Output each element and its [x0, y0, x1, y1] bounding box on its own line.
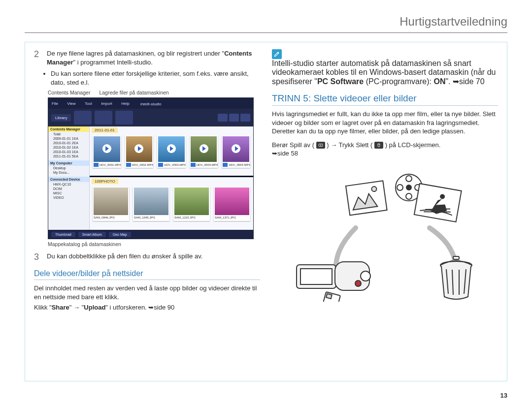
- svg-point-6: [397, 185, 403, 190]
- step5-line: Berør Spill av ( ) → Trykk Slett ( ) på …: [272, 141, 498, 158]
- thumb-name: SAM_0846.JPG: [94, 216, 115, 219]
- ss-left-panel: Contents Manager Total 2009-01-01 1EA 20…: [48, 126, 90, 230]
- ss-section-mycomputer: My Computer: [48, 160, 89, 166]
- caption-below-screenshot: Mappekatalog på datamaskinen: [48, 241, 260, 247]
- ss-bottom-btn: Thumbnail: [51, 232, 75, 237]
- ss-video-thumb: HDV_0005.MP4: [222, 135, 250, 168]
- thumb-name: HDV_0005.MP4: [229, 163, 250, 166]
- ss-tree-item: 2010-01-03 1EA: [48, 150, 89, 154]
- delete-illustration: [282, 164, 489, 302]
- trash-button-icon: [374, 142, 383, 149]
- page-header: Hurtigstartveiledning: [25, 15, 507, 31]
- step3-text: Du kan dobbeltklikke på den filen du øns…: [47, 252, 260, 262]
- header-rule: [25, 32, 507, 33]
- ss-section-contents: Contents Manager: [48, 126, 89, 132]
- ss-tree-item: VIDEO: [48, 195, 89, 200]
- play-button-icon: [316, 142, 325, 149]
- svg-point-19: [355, 281, 361, 286]
- intelli-studio-screenshot: File View Tool Import Help Intelli-studi…: [48, 97, 254, 239]
- screenshot-top-labels: Contents Manager Lagrede filer på datama…: [48, 90, 260, 95]
- ss-tree-item: 2010-01-02 1EA: [48, 145, 89, 150]
- ss-tool-button: [115, 111, 133, 125]
- ss-bottom-btn: Geo Map: [109, 232, 131, 237]
- share-rule: [34, 280, 260, 280]
- svg-rect-8: [346, 181, 387, 215]
- menu-item: Import: [98, 99, 116, 108]
- page-ref-icon: [272, 150, 277, 157]
- note-text: Intelli-studio starter automatisk på dat…: [272, 59, 498, 86]
- svg-rect-20: [300, 269, 332, 284]
- ss-photo-row: SAM_0846.JPG SAM_1045.JPG SAM_1215.JPG S…: [93, 187, 250, 221]
- page-ref-icon: [148, 304, 154, 311]
- ss-toolbar: Library: [48, 109, 253, 126]
- ss-video-thumb: HDV_0003.MP4: [157, 135, 186, 168]
- ss-breadcrumb2: 100PHOTO: [92, 179, 118, 184]
- ss-section-connected: Connected Device: [48, 177, 89, 182]
- ss-main-area: 2011-01-01 HDV_0001.MP4 HDV_0002.MP4 HDV…: [90, 126, 253, 230]
- ss-photo-thumb: SAM_1045.JPG: [133, 187, 169, 221]
- content-frame: 2 De nye filene lagres på datamaskinen, …: [25, 42, 507, 381]
- ss-video-thumb: HDV_0002.MP4: [125, 135, 154, 168]
- label-stored-files: Lagrede filer på datamaskinen: [99, 90, 168, 95]
- manual-page: Hurtigstartveiledning 2 De nye filene la…: [0, 0, 532, 406]
- share-heading: Dele videoer/bilder på nettsider: [34, 269, 260, 278]
- right-column: Intelli-studio starter automatisk på dat…: [272, 49, 498, 374]
- share-para: Del innholdet med resten av verden ved å…: [34, 284, 260, 301]
- step5-rule: [272, 105, 498, 106]
- menu-item: View: [64, 99, 79, 108]
- ss-tool-button: [74, 111, 92, 125]
- ss-photo-thumb: SAM_1371.JPG: [214, 187, 250, 221]
- svg-point-18: [361, 271, 370, 281]
- play-icon: [167, 144, 176, 153]
- ss-tree-item: HMX-QC10: [48, 182, 89, 187]
- ss-photo-thumb: SAM_1215.JPG: [173, 187, 210, 221]
- play-icon: [232, 144, 240, 153]
- two-columns: 2 De nye filene lagres på datamaskinen, …: [34, 49, 498, 374]
- ss-bottom-btn: Smart Album: [78, 232, 106, 237]
- ss-bottom-bar: Thumbnail Smart Album Geo Map: [48, 230, 253, 239]
- ss-tree-item: 2010-01-01 2EA: [48, 141, 89, 145]
- label-contents-manager: Contents Manager: [48, 90, 90, 95]
- ss-video-row: HDV_0001.MP4 HDV_0002.MP4 HDV_0003.MP4 H…: [93, 135, 250, 168]
- ss-view-button: [229, 114, 239, 122]
- ss-tree-item: Total: [48, 132, 89, 136]
- svg-rect-28: [453, 256, 459, 259]
- menu-item: Help: [118, 99, 133, 108]
- ss-view-button: [218, 114, 228, 122]
- ss-app-title: Intelli-studio: [137, 99, 165, 109]
- arrow-icon: →: [331, 141, 337, 149]
- step5-heading: TRINN 5: Slette videoer eller bilder: [272, 93, 498, 104]
- page-number: 13: [500, 392, 507, 399]
- step2-bullets: Du kan sortere filene etter forskjellige…: [51, 69, 260, 87]
- thumb-name: HDV_0003.MP4: [164, 163, 185, 166]
- step-3: 3 Du kan dobbeltklikke på den filen du ø…: [34, 252, 260, 262]
- step-2-text: De nye filene lagres på datamaskinen, og…: [47, 49, 260, 66]
- menu-item: File: [48, 99, 62, 108]
- ss-tool-button: [95, 111, 112, 125]
- note-icon: [272, 49, 282, 59]
- share-line2: Klikk "Share" → "Upload" i utforskeren. …: [34, 303, 260, 312]
- svg-point-5: [406, 193, 412, 199]
- thumb-name: SAM_1215.JPG: [174, 216, 196, 219]
- ss-tree-item: 2011-01-01 5EA: [48, 154, 89, 158]
- thumb-name: SAM_1045.JPG: [134, 216, 155, 219]
- note-box: Intelli-studio starter automatisk på dat…: [272, 49, 498, 86]
- left-column: 2 De nye filene lagres på datamaskinen, …: [34, 49, 260, 374]
- thumb-name: HDV_0001.MP4: [100, 163, 121, 166]
- step2-bullet: Du kan sortere filene etter forskjellige…: [51, 69, 260, 87]
- ss-tree-item: DCIM: [48, 187, 89, 191]
- step-number: 3: [34, 252, 44, 262]
- ss-breadcrumb: 2011-01-01: [92, 127, 118, 133]
- svg-marker-1: [320, 145, 322, 146]
- play-icon: [134, 144, 143, 153]
- thumb-name: HDV_0002.MP4: [132, 163, 153, 166]
- page-ref-icon: [453, 77, 459, 86]
- ss-separator: [90, 176, 253, 177]
- step2-part2: " i programmet Intelli-studio.: [73, 59, 152, 66]
- step2-part1: De nye filene lagres på datamaskinen, og…: [47, 50, 224, 57]
- ss-library-button: Library: [51, 114, 71, 122]
- step5-para: Hvis lagringsmediet er fullt, kan du ikk…: [272, 110, 498, 136]
- ss-video-thumb: HDV_0004.MP4: [190, 135, 218, 168]
- play-icon: [200, 144, 208, 153]
- ss-tree-item: Desktop: [48, 166, 89, 170]
